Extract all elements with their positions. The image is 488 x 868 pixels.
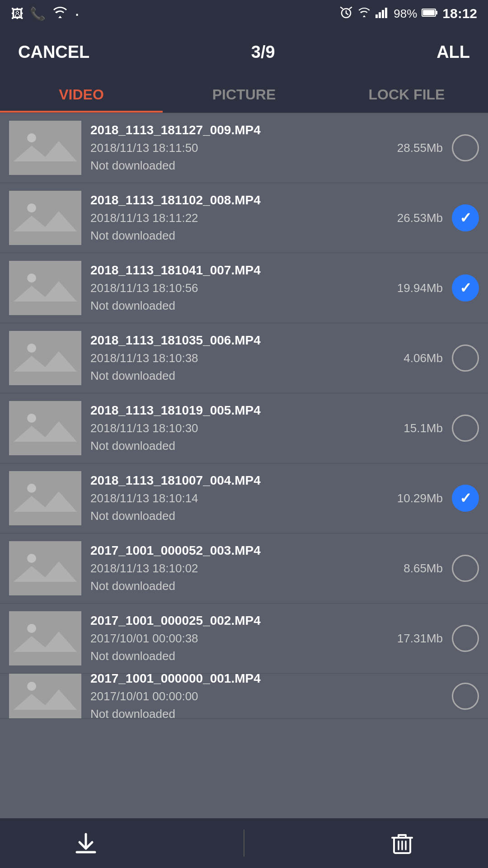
file-item[interactable]: 2017_1001_000025_002.MP42017/10/01 00:00… (0, 604, 488, 674)
svg-rect-14 (9, 191, 81, 245)
file-info: 2017_1001_000000_001.MP42017/10/01 00:00… (90, 674, 380, 719)
file-checkbox[interactable]: ✓ (452, 204, 479, 231)
download-button[interactable] (72, 830, 99, 857)
file-item[interactable]: 2018_1113_181102_008.MP42018/11/13 18:11… (0, 183, 488, 253)
file-download-status: Not downloaded (90, 299, 380, 313)
wifi-status-icon (357, 6, 371, 21)
file-date: 2018/11/13 18:10:02 (90, 561, 380, 576)
file-thumbnail (9, 191, 81, 245)
file-download-status: Not downloaded (90, 369, 380, 383)
file-size: 28.55Mb (389, 141, 443, 155)
file-name: 2018_1113_181102_008.MP4 (90, 193, 380, 208)
file-name: 2018_1113_181019_005.MP4 (90, 403, 380, 418)
file-checkbox[interactable] (452, 344, 479, 372)
file-item[interactable]: 2018_1113_181041_007.MP42018/11/13 18:10… (0, 253, 488, 323)
file-date: 2017/10/01 00:00:00 (90, 689, 380, 703)
file-date: 2018/11/13 18:10:30 (90, 421, 380, 435)
file-checkbox[interactable] (452, 555, 479, 582)
file-name: 2017_1001_000000_001.MP4 (90, 674, 380, 686)
file-info: 2018_1113_181019_005.MP42018/11/13 18:10… (90, 403, 380, 453)
photo-icon: 🖼 (11, 6, 23, 21)
tab-picture[interactable]: PICTURE (163, 77, 325, 113)
cancel-button[interactable]: CANCEL (18, 42, 89, 62)
svg-line-3 (341, 7, 343, 9)
file-info: 2017_1001_000052_003.MP42018/11/13 18:10… (90, 543, 380, 593)
svg-rect-5 (375, 14, 378, 18)
dot-indicator: · (75, 4, 80, 24)
signal-icon (375, 6, 389, 21)
select-all-button[interactable]: ALL (436, 42, 470, 62)
svg-point-15 (27, 203, 36, 212)
file-size: 4.06Mb (389, 351, 443, 365)
file-item[interactable]: 2018_1113_181019_005.MP42018/11/13 18:10… (0, 393, 488, 463)
battery-percentage: 98% (394, 7, 417, 21)
file-item[interactable]: 2018_1113_181007_004.MP42018/11/13 18:10… (0, 463, 488, 533)
file-size: 17.31Mb (389, 632, 443, 646)
file-download-status: Not downloaded (90, 649, 380, 663)
svg-rect-18 (9, 331, 81, 385)
file-checkbox[interactable] (452, 683, 479, 710)
file-item[interactable]: 2018_1113_181127_009.MP42018/11/13 18:11… (0, 113, 488, 183)
file-size: 10.29Mb (389, 491, 443, 505)
file-thumbnail (9, 401, 81, 455)
file-date: 2018/11/13 18:11:22 (90, 211, 380, 225)
file-download-status: Not downloaded (90, 579, 380, 593)
file-thumbnail (9, 541, 81, 595)
status-bar-right: 98% 18:12 (339, 5, 477, 22)
svg-rect-10 (436, 11, 437, 14)
file-checkbox[interactable]: ✓ (452, 274, 479, 302)
battery-icon (422, 7, 438, 21)
file-size: 15.1Mb (389, 421, 443, 435)
svg-point-29 (27, 682, 36, 691)
checkmark-icon: ✓ (460, 279, 472, 297)
file-info: 2018_1113_181041_007.MP42018/11/13 18:10… (90, 263, 380, 313)
svg-point-17 (27, 274, 36, 283)
svg-rect-12 (9, 121, 81, 175)
svg-point-23 (27, 484, 36, 493)
file-download-status: Not downloaded (90, 159, 380, 173)
status-bar: 🖼 📞 · (0, 0, 488, 27)
selection-count: 3/9 (251, 42, 275, 62)
svg-rect-8 (385, 8, 387, 18)
tab-lock-file[interactable]: LOCK FILE (325, 77, 488, 113)
file-item[interactable]: 2017_1001_000052_003.MP42018/11/13 18:10… (0, 533, 488, 604)
svg-point-27 (27, 624, 36, 633)
phone-icon: 📞 (30, 6, 46, 21)
file-name: 2018_1113_181041_007.MP4 (90, 263, 380, 278)
delete-button[interactable] (389, 830, 416, 857)
file-size: 8.65Mb (389, 561, 443, 576)
file-info: 2017_1001_000025_002.MP42017/10/01 00:00… (90, 613, 380, 663)
tab-video[interactable]: VIDEO (0, 77, 163, 113)
file-checkbox[interactable] (452, 625, 479, 652)
file-date: 2018/11/13 18:11:50 (90, 141, 380, 155)
status-time: 18:12 (442, 6, 477, 21)
file-name: 2018_1113_181127_009.MP4 (90, 123, 380, 137)
file-download-status: Not downloaded (90, 439, 380, 453)
file-list: 2018_1113_181127_009.MP42018/11/13 18:11… (0, 113, 488, 719)
svg-rect-28 (9, 674, 81, 719)
file-info: 2018_1113_181007_004.MP42018/11/13 18:10… (90, 473, 380, 523)
file-info: 2018_1113_181102_008.MP42018/11/13 18:11… (90, 193, 380, 243)
file-date: 2018/11/13 18:10:56 (90, 281, 380, 295)
svg-rect-22 (9, 471, 81, 525)
file-info: 2018_1113_181127_009.MP42018/11/13 18:11… (90, 123, 380, 173)
svg-point-19 (27, 344, 36, 353)
file-date: 2018/11/13 18:10:38 (90, 351, 380, 365)
svg-line-4 (350, 7, 352, 9)
file-checkbox[interactable] (452, 415, 479, 442)
file-item[interactable]: 2017_1001_000000_001.MP42017/10/01 00:00… (0, 674, 488, 719)
file-thumbnail (9, 331, 81, 385)
file-item[interactable]: 2018_1113_181035_006.MP42018/11/13 18:10… (0, 323, 488, 393)
checkmark-icon: ✓ (460, 209, 472, 226)
svg-rect-26 (9, 611, 81, 665)
file-thumbnail (9, 471, 81, 525)
svg-point-13 (27, 133, 36, 142)
svg-rect-6 (379, 12, 381, 18)
file-checkbox[interactable] (452, 134, 479, 161)
svg-point-25 (27, 554, 36, 563)
file-checkbox[interactable]: ✓ (452, 485, 479, 512)
bottom-divider (244, 830, 244, 857)
file-download-status: Not downloaded (90, 229, 380, 243)
svg-rect-24 (9, 541, 81, 595)
svg-rect-20 (9, 401, 81, 455)
